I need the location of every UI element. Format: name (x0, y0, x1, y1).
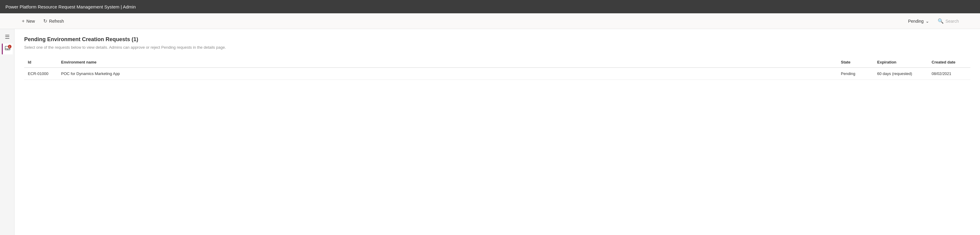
col-header-envname: Environment name (57, 57, 837, 68)
chevron-down-icon: ⌄ (926, 19, 929, 24)
table-row[interactable]: ECR-01000 POC for Dynamics Marketing App… (24, 68, 970, 80)
top-bar: Power Platform Resource Request Manageme… (0, 0, 980, 13)
search-label: Search (945, 19, 959, 24)
hamburger-icon: ☰ (5, 33, 10, 40)
refresh-button[interactable]: ↻ Refresh (40, 16, 67, 26)
main-content: Pending Environment Creation Requests (1… (14, 29, 980, 235)
refresh-icon: ↻ (43, 18, 47, 24)
plus-icon: + (22, 19, 24, 24)
page-subtitle: Select one of the requests below to view… (24, 45, 970, 49)
sidebar: ☰ 1 (0, 29, 14, 235)
nav-badge: 1 (8, 45, 11, 48)
sidebar-menu-button[interactable]: ☰ (2, 32, 13, 42)
sidebar-item-requests[interactable]: 1 (2, 44, 13, 54)
filter-dropdown[interactable]: Pending ⌄ (905, 17, 932, 25)
col-header-expiration: Expiration (873, 57, 928, 68)
toolbar-right: Pending ⌄ 🔍 Search (905, 17, 962, 25)
cell-state: Pending (837, 68, 873, 80)
layout: ☰ 1 Pending Environment Creation Request… (0, 29, 980, 235)
cell-expiration: 60 days (requested) (873, 68, 928, 80)
refresh-label: Refresh (49, 19, 64, 24)
new-button[interactable]: + New (18, 17, 38, 26)
requests-table: Id Environment name State Expiration Cre… (24, 57, 970, 80)
col-header-id: Id (24, 57, 57, 68)
app-title: Power Platform Resource Request Manageme… (5, 4, 136, 10)
page-title: Pending Environment Creation Requests (1… (24, 36, 970, 43)
col-header-state: State (837, 57, 873, 68)
filter-value: Pending (908, 19, 923, 24)
cell-id: ECR-01000 (24, 68, 57, 80)
cell-env-name: POC for Dynamics Marketing App (57, 68, 837, 80)
toolbar: + New ↻ Refresh Pending ⌄ 🔍 Search (0, 13, 980, 29)
cell-created-date: 08/02/2021 (928, 68, 970, 80)
table-header-row: Id Environment name State Expiration Cre… (24, 57, 970, 68)
new-label: New (26, 19, 35, 24)
col-header-created: Created date (928, 57, 970, 68)
toolbar-left: + New ↻ Refresh (18, 16, 905, 26)
search-button[interactable]: 🔍 Search (935, 17, 962, 25)
search-icon: 🔍 (938, 18, 944, 24)
